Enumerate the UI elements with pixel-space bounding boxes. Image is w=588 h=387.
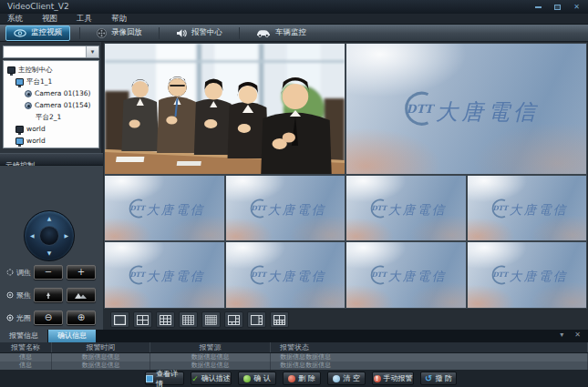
confirm-description-button[interactable]: ✓ 确认描述 bbox=[191, 372, 232, 385]
video-tile-live[interactable] bbox=[105, 44, 345, 174]
minus-icon: − bbox=[45, 268, 52, 277]
button-label: 确认描述 bbox=[201, 373, 231, 383]
speaker-icon bbox=[176, 28, 187, 38]
tree-item-label: 平台1_1 bbox=[26, 77, 52, 87]
chevron-down-icon[interactable]: ▾ bbox=[86, 46, 98, 57]
tab-surveillance-video[interactable]: 监控视频 bbox=[5, 25, 70, 41]
panel-collapse-icon[interactable]: ▾ bbox=[560, 331, 563, 339]
alarm-panel: 报警信息 确认信息 ▾ ✕ 报警名称 报警时间 报警源 报警状态 信息 数据信息… bbox=[0, 330, 588, 387]
focus-ring-icon bbox=[6, 291, 14, 299]
toolbar-separator bbox=[159, 27, 160, 39]
confirm-button[interactable]: 确 认 bbox=[238, 372, 276, 385]
video-tile-idle[interactable] bbox=[346, 242, 466, 308]
zoom-in-button[interactable]: + bbox=[67, 265, 96, 280]
ptz-panel: ▲ ▼ ◀ ▶ 调焦 − + bbox=[0, 166, 103, 330]
maximize-button[interactable] bbox=[552, 2, 563, 12]
datang-logo bbox=[120, 198, 208, 219]
disarm-button[interactable]: ↺ 撤 防 bbox=[420, 372, 457, 385]
tab-label: 报警信息 bbox=[9, 331, 38, 340]
layout-split-8-button[interactable] bbox=[247, 311, 266, 328]
menu-help[interactable]: 帮助 bbox=[111, 14, 127, 25]
disarm-icon: ↺ bbox=[425, 373, 432, 383]
monitor-icon bbox=[15, 126, 24, 133]
datang-logo bbox=[483, 198, 571, 219]
focus-near-button[interactable] bbox=[34, 288, 63, 302]
tree-item-world-1[interactable]: world bbox=[4, 123, 98, 135]
close-icon: ✕ bbox=[573, 0, 580, 14]
video-tile-idle[interactable] bbox=[105, 242, 224, 308]
tree-item-platform2[interactable]: 平台2_1 bbox=[4, 111, 98, 123]
tab-label: 车辆监控 bbox=[275, 27, 306, 38]
video-tile-idle[interactable] bbox=[468, 176, 587, 240]
datang-logo bbox=[242, 264, 329, 286]
clear-button[interactable]: 清 空 bbox=[327, 372, 366, 385]
tree-item-control-center[interactable]: 主控制中心 bbox=[4, 64, 98, 76]
video-tile-idle[interactable] bbox=[226, 176, 346, 240]
datang-logo bbox=[120, 264, 208, 286]
video-tile-idle[interactable] bbox=[226, 242, 346, 308]
video-tile-idle[interactable] bbox=[468, 242, 587, 308]
menu-tools[interactable]: 工具 bbox=[77, 14, 92, 25]
alarm-table-row[interactable]: 信息 数据信息信息 数据信息信息 数据信息数据信息 bbox=[0, 362, 588, 370]
dpad-up-icon[interactable]: ▲ bbox=[47, 216, 52, 221]
tab-label: 报警中心 bbox=[191, 27, 222, 38]
tree-item-world-2[interactable]: world bbox=[4, 135, 98, 147]
maximize-icon bbox=[554, 5, 561, 10]
button-label: 手动报警 bbox=[384, 373, 413, 383]
tab-playback[interactable]: 录像回放 bbox=[89, 25, 150, 41]
button-label: 查看详情 bbox=[156, 369, 183, 387]
delete-button[interactable]: 删 除 bbox=[283, 372, 321, 385]
panel-close-icon[interactable]: ✕ bbox=[574, 331, 581, 339]
video-tile-idle[interactable] bbox=[346, 176, 466, 240]
tab-vehicle-monitor[interactable]: 车辆监控 bbox=[249, 25, 314, 41]
layout-split-16-button[interactable] bbox=[179, 311, 198, 328]
minimize-button[interactable] bbox=[532, 2, 544, 12]
tab-confirm-info[interactable]: 确认信息 bbox=[48, 330, 97, 342]
tree-item-camera-154[interactable]: Camera 01(154) bbox=[4, 99, 98, 111]
layout-split-6-button[interactable] bbox=[224, 311, 243, 328]
layout-split-25-button[interactable] bbox=[201, 311, 221, 328]
iris-close-button[interactable]: ⊖ bbox=[34, 311, 63, 325]
layout-split-4-button[interactable] bbox=[133, 311, 152, 328]
layout-split-10-button[interactable] bbox=[270, 311, 289, 328]
button-label: 撤 防 bbox=[435, 373, 452, 383]
view-details-button[interactable]: 查看详情 bbox=[145, 372, 184, 385]
clear-icon bbox=[333, 375, 340, 382]
tab-alarm-center[interactable]: 报警中心 bbox=[169, 25, 230, 41]
layout-split-1-button[interactable] bbox=[110, 311, 129, 328]
datang-logo bbox=[362, 198, 449, 219]
dpad-left-icon[interactable]: ◀ bbox=[30, 233, 35, 239]
video-tile-idle[interactable] bbox=[105, 176, 224, 240]
video-grid bbox=[103, 42, 588, 310]
menu-view[interactable]: 视图 bbox=[42, 14, 57, 25]
iris-minus-icon: ⊖ bbox=[45, 313, 52, 322]
tree-item-platform1[interactable]: 平台1_1 bbox=[4, 76, 98, 87]
dpad-down-icon[interactable]: ▼ bbox=[47, 250, 52, 256]
layout-split-9-button[interactable] bbox=[156, 311, 175, 328]
cell-alarm-time: 数据信息信息 bbox=[52, 362, 150, 370]
tab-alarm-info[interactable]: 报警信息 bbox=[0, 330, 48, 342]
main-toolbar: 监控视频 录像回放 报警中心 bbox=[0, 25, 588, 42]
iris-open-button[interactable]: ⊕ bbox=[67, 311, 96, 325]
alarm-table-header: 报警名称 报警时间 报警源 报警状态 bbox=[0, 342, 588, 353]
cell-alarm-status: 数据信息数据信息 bbox=[271, 362, 588, 370]
window-title: VideoClient_V2 bbox=[7, 2, 69, 11]
focus-far-button[interactable] bbox=[67, 288, 96, 302]
monitor-icon bbox=[15, 137, 24, 145]
menu-system[interactable]: 系统 bbox=[7, 14, 23, 25]
ptz-dpad[interactable]: ▲ ▼ ◀ ▶ bbox=[24, 210, 75, 261]
col-alarm-time: 报警时间 bbox=[52, 342, 150, 352]
tree-item-camera-136[interactable]: Camera 01(136) bbox=[4, 87, 98, 99]
zoom-out-button[interactable]: − bbox=[34, 265, 63, 280]
device-group-select[interactable]: ▾ bbox=[3, 46, 99, 58]
alarm-table-row[interactable]: 信息 数据信息信息 数据信息信息 数据信息数据信息 bbox=[0, 353, 588, 362]
col-alarm-name: 报警名称 bbox=[0, 342, 52, 352]
tab-label: 确认信息 bbox=[57, 331, 87, 340]
close-button[interactable]: ✕ bbox=[571, 2, 583, 12]
confirm-icon bbox=[243, 375, 251, 382]
manual-alarm-button[interactable]: ! 手动报警 bbox=[372, 372, 414, 385]
video-tile-idle[interactable] bbox=[346, 44, 586, 174]
col-alarm-source: 报警源 bbox=[150, 342, 271, 352]
dpad-right-icon[interactable]: ▶ bbox=[64, 233, 68, 239]
dpad-center[interactable] bbox=[39, 226, 59, 246]
